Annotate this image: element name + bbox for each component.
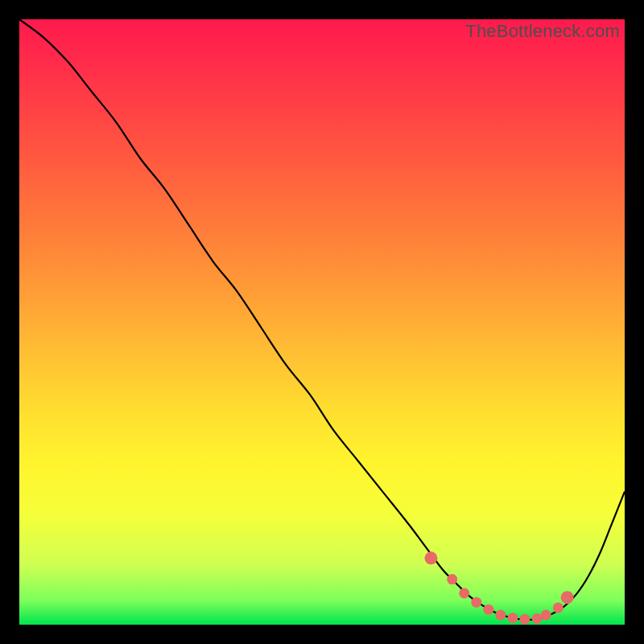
highlight-dot <box>495 610 506 621</box>
plot-area: TheBottleneck.com <box>19 19 625 625</box>
highlight-dots <box>19 19 625 625</box>
highlight-dot <box>471 597 481 608</box>
highlight-dot <box>507 613 518 623</box>
highlight-dot <box>532 613 543 624</box>
watermark-text: TheBottleneck.com <box>465 21 620 42</box>
highlight-dot <box>447 574 457 584</box>
highlight-dot <box>561 591 574 604</box>
highlight-dot <box>459 588 469 598</box>
highlight-dot <box>541 610 551 621</box>
highlight-dot <box>483 605 493 615</box>
highlight-dot <box>424 551 437 564</box>
highlight-dot <box>519 614 530 625</box>
chart-frame: TheBottleneck.com <box>0 0 644 644</box>
highlight-dot <box>553 602 564 613</box>
